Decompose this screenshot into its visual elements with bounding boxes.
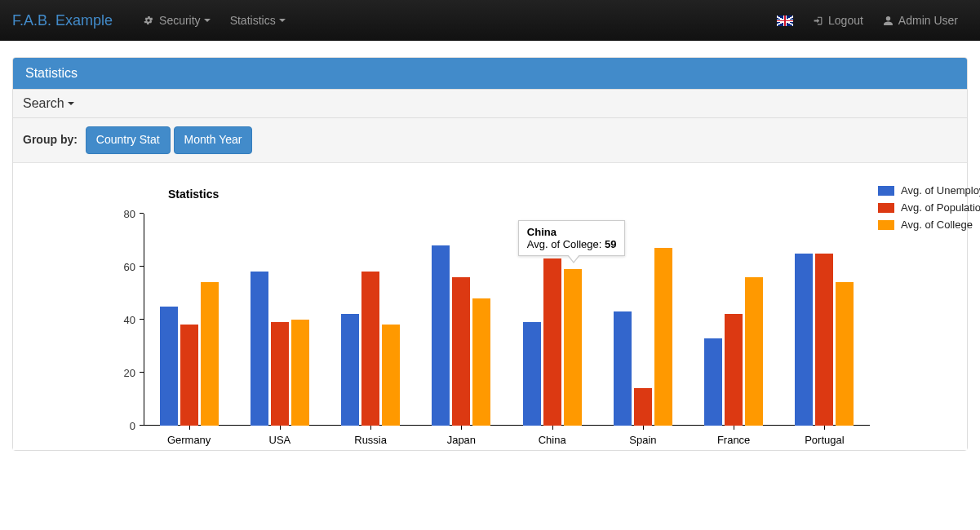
legend-label: Avg. of College [901,219,973,231]
bar[interactable] [815,254,833,426]
legend-item[interactable]: Avg. of Population [878,201,980,214]
groupby-label: Group by: [23,133,78,146]
nav-statistics-label: Statistics [230,14,276,27]
x-tick-label: France [689,426,779,446]
bar[interactable] [160,307,178,426]
nav-locale[interactable] [767,0,803,41]
chart-category: Russia [326,214,416,426]
caret-down-icon [204,19,211,22]
bar[interactable] [432,245,450,426]
nav-user[interactable]: Admin User [873,0,968,41]
bar[interactable] [614,311,632,426]
bar[interactable] [291,320,309,426]
y-tick-label: 0 [130,420,144,432]
legend-label: Avg. of Population [901,201,980,214]
chart-category: USA [234,214,325,426]
groupby-bar: Group by: Country StatMonth Year [13,118,967,163]
bar[interactable] [180,325,198,426]
nav-security[interactable]: Security [133,0,220,41]
caret-down-icon [68,102,74,105]
bar[interactable] [836,282,854,426]
bar[interactable] [704,338,722,426]
gears-icon [143,15,154,26]
x-tick-label: Japan [416,426,507,446]
search-toggle[interactable]: Search [23,96,957,111]
x-tick-label: Russia [326,426,416,446]
bar[interactable] [341,314,359,426]
y-tick-label: 40 [124,314,144,326]
x-tick-label: Portugal [779,426,870,446]
search-bar: Search [13,89,967,118]
chart-category: Germany [144,214,234,426]
legend-swatch [878,203,894,213]
chart-plot[interactable]: 020406080GermanyUSARussiaJapanChinaSpain… [144,214,870,426]
groupby-button-month-year[interactable]: Month Year [174,126,253,154]
legend-item[interactable]: Avg. of College [878,219,980,231]
bar[interactable] [523,322,541,426]
navbar: F.A.B. Example Security Statistics Logou… [0,0,980,41]
bar[interactable] [564,269,582,426]
nav-logout[interactable]: Logout [803,0,873,41]
legend-item[interactable]: Avg. of Unemployed [878,184,980,197]
bar[interactable] [634,388,652,426]
chart-legend: Avg. of UnemployedAvg. of PopulationAvg.… [878,184,980,236]
bar[interactable] [452,277,470,426]
chart-category: France [689,214,779,426]
panel-title: Statistics [13,58,967,89]
chart-container: Statistics 020406080GermanyUSARussiaJapa… [13,163,967,450]
chart-category: Japan [416,214,507,426]
legend-swatch [878,220,894,230]
tooltip-value: 59 [605,238,616,250]
bar[interactable] [795,254,813,426]
search-label: Search [23,96,64,111]
bar[interactable] [361,272,379,426]
bar[interactable] [201,282,219,426]
y-tick-label: 20 [124,367,144,379]
groupby-button-country-stat[interactable]: Country Stat [86,126,171,154]
nav-security-label: Security [159,14,201,27]
user-icon [883,15,894,26]
tooltip-category: China [527,226,617,238]
bar[interactable] [472,298,490,426]
bar[interactable] [382,325,400,426]
chart-title: Statistics [168,188,870,201]
chart-category: Portugal [779,214,870,426]
main-container: Statistics Search Group by: Country Stat… [0,41,980,484]
legend-label: Avg. of Unemployed [901,184,980,197]
bar[interactable] [725,314,743,426]
x-tick-label: Germany [144,426,234,446]
x-tick-label: USA [234,426,325,446]
statistics-panel: Statistics Search Group by: Country Stat… [12,57,968,451]
bar[interactable] [543,258,561,426]
caret-down-icon [279,19,286,22]
nav-logout-label: Logout [828,14,863,27]
chart-tooltip: ChinaAvg. of College: 59 [518,220,626,256]
nav-statistics[interactable]: Statistics [220,0,295,41]
signout-icon [813,15,823,26]
bar[interactable] [251,272,268,426]
x-tick-label: Spain [597,426,688,446]
tooltip-series-line: Avg. of College: 59 [527,238,617,250]
y-tick-label: 80 [124,208,144,220]
bar[interactable] [271,322,289,426]
brand-link[interactable]: F.A.B. Example [12,12,125,29]
x-tick-label: China [507,426,597,446]
bar[interactable] [654,248,672,426]
bar[interactable] [745,277,763,426]
flag-uk-icon [777,15,793,26]
nav-user-label: Admin User [898,14,958,27]
legend-swatch [878,186,894,196]
y-tick-label: 60 [124,261,144,273]
